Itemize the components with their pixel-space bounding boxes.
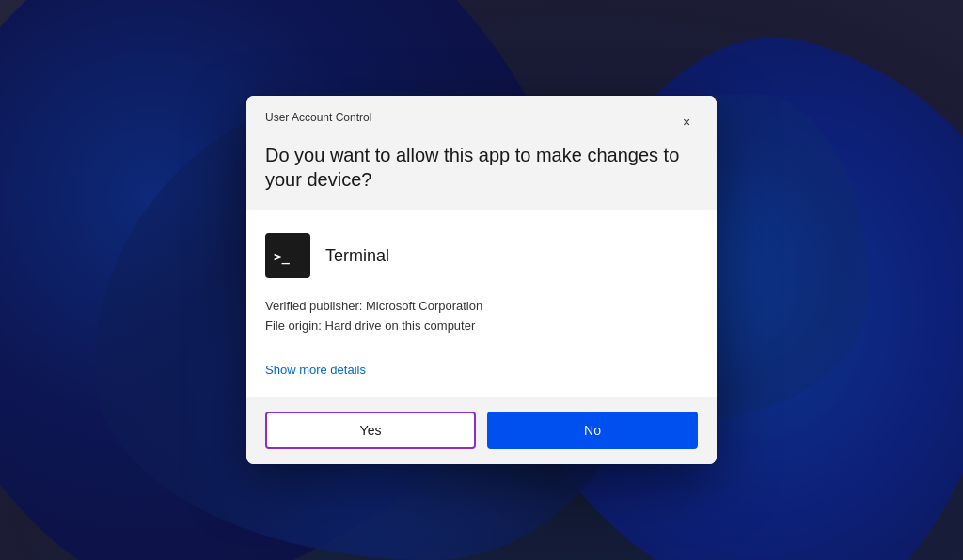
show-more-details-link[interactable]: Show more details bbox=[265, 363, 366, 377]
dialog-question-text: Do you want to allow this app to make ch… bbox=[265, 143, 698, 192]
yes-button[interactable]: Yes bbox=[265, 412, 476, 449]
dialog-footer: Yes No bbox=[246, 397, 717, 464]
dialog-body: >_ Terminal Verified publisher: Microsof… bbox=[246, 210, 717, 397]
dialog-title: User Account Control bbox=[265, 111, 371, 124]
dialog-backdrop: User Account Control × Do you want to al… bbox=[0, 0, 963, 560]
publisher-info-section: Verified publisher: Microsoft Corporatio… bbox=[265, 297, 698, 336]
close-button[interactable]: × bbox=[675, 111, 698, 133]
no-button[interactable]: No bbox=[487, 412, 698, 449]
publisher-label: Verified publisher: Microsoft Corporatio… bbox=[265, 297, 698, 317]
file-origin-label: File origin: Hard drive on this computer bbox=[265, 317, 698, 336]
uac-dialog: User Account Control × Do you want to al… bbox=[246, 96, 717, 464]
app-name-label: Terminal bbox=[325, 246, 389, 266]
dialog-question-section: Do you want to allow this app to make ch… bbox=[246, 133, 717, 210]
terminal-icon: >_ bbox=[271, 242, 305, 269]
app-icon: >_ bbox=[265, 233, 310, 278]
dialog-header: User Account Control × bbox=[246, 96, 717, 133]
svg-text:>_: >_ bbox=[274, 249, 290, 265]
app-info-section: >_ Terminal bbox=[265, 233, 698, 278]
